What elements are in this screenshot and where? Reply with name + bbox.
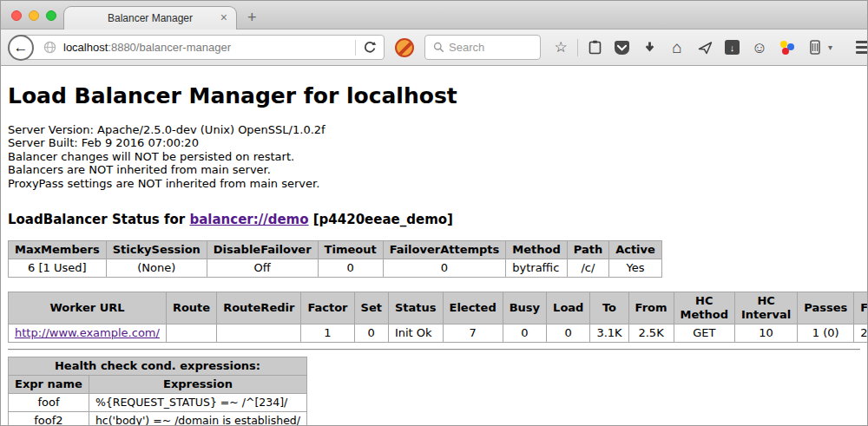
- set-value: 0: [354, 324, 388, 343]
- col-from: From: [628, 292, 674, 324]
- minimize-window-button[interactable]: [29, 10, 39, 21]
- col-active: Active: [609, 241, 662, 259]
- balancer-demo-link[interactable]: balancer://demo: [189, 212, 308, 227]
- reload-button[interactable]: [363, 41, 377, 55]
- feedback-smiley-icon[interactable]: ☺: [752, 40, 767, 56]
- navigation-toolbar: ← localhost:8880/balancer-manager ☆: [1, 29, 867, 66]
- url-divider: [355, 40, 356, 56]
- server-info: Server Version: Apache/2.5.0-dev (Unix) …: [8, 123, 860, 190]
- status-value: Init Ok: [388, 324, 443, 343]
- elected-value: 7: [443, 324, 503, 343]
- url-path: :8880/balancer-manager: [108, 41, 231, 54]
- download-arrow-glyph: ↓: [730, 41, 735, 55]
- col-timeout: Timeout: [318, 241, 383, 259]
- page-title: Load Balancer Manager for localhost: [8, 83, 860, 108]
- toolbar-divider: [841, 39, 842, 56]
- col-status: Status: [388, 292, 443, 324]
- close-window-button[interactable]: [11, 10, 22, 21]
- col-set: Set: [354, 292, 388, 324]
- col-passes: Passes: [798, 292, 854, 324]
- page-content: Load Balancer Manager for localhost Serv…: [1, 66, 867, 425]
- send-plane-icon[interactable]: [697, 40, 713, 56]
- section-divider: [8, 349, 860, 351]
- zoom-window-button[interactable]: [46, 10, 56, 21]
- url-text[interactable]: localhost:8880/balancer-manager: [63, 41, 348, 54]
- hc-interval-value: 10: [734, 324, 797, 343]
- balancer-settings-table: MaxMembers StickySession DisableFailover…: [8, 240, 662, 278]
- col-expr-name: Expr name: [9, 376, 89, 394]
- health-check-table: Health check cond. expressions: Expr nam…: [8, 357, 307, 425]
- content-block-icon[interactable]: [395, 38, 414, 57]
- busy-value: 0: [503, 324, 546, 343]
- table-header-row: MaxMembers StickySession DisableFailover…: [9, 241, 662, 259]
- search-input[interactable]: [449, 41, 531, 54]
- persist-note-line: Balancer changes will NOT be persisted o…: [8, 150, 860, 163]
- back-arrow-icon: ←: [14, 39, 29, 56]
- col-elected: Elected: [443, 292, 503, 324]
- container-extension-icon[interactable]: [807, 40, 823, 56]
- routeredir-value: [217, 324, 301, 343]
- menu-icon[interactable]: [856, 41, 868, 54]
- col-path: Path: [567, 241, 608, 259]
- status-heading-prefix: LoadBalancer Status for: [8, 212, 189, 227]
- search-icon: [432, 40, 444, 56]
- table-header-row: Expr name Expression: [9, 376, 307, 394]
- status-heading-suffix: [p4420eeae_demo]: [309, 212, 453, 227]
- toolbar-divider: [577, 39, 578, 56]
- col-fails: Fails: [854, 292, 867, 324]
- col-route: Route: [166, 292, 216, 324]
- col-stickysession: StickySession: [106, 241, 207, 259]
- video-download-icon[interactable]: ↓: [725, 40, 740, 55]
- url-bar[interactable]: localhost:8880/balancer-manager: [20, 35, 385, 60]
- tab-strip: Balancer Manager × +: [1, 1, 867, 29]
- table-row: foof %{REQUEST_STATUS} =~ /^[234]/: [9, 394, 307, 412]
- col-factor: Factor: [301, 292, 354, 324]
- tab-close-icon[interactable]: ×: [220, 10, 227, 25]
- disablefailover-value: Off: [207, 259, 318, 278]
- worker-table: Worker URL Route RouteRedir Factor Set S…: [8, 292, 867, 343]
- chevron-down-icon[interactable]: ▾: [828, 43, 832, 52]
- col-maxmembers: MaxMembers: [9, 241, 107, 259]
- from-value: 2.5K: [628, 324, 674, 343]
- expr-name-value: foof: [9, 394, 89, 412]
- browser-window: Balancer Manager × + ← localhost:8880/ba…: [0, 0, 868, 426]
- pocket-icon[interactable]: [615, 41, 629, 55]
- col-to: To: [590, 292, 628, 324]
- maxmembers-value: 6 [1 Used]: [9, 259, 107, 278]
- table-header-row: Worker URL Route RouteRedir Factor Set S…: [9, 292, 868, 324]
- tab-balancer-manager[interactable]: Balancer Manager ×: [63, 6, 237, 29]
- search-bar[interactable]: [424, 35, 541, 60]
- server-built-line: Server Built: Feb 9 2016 07:00:20: [8, 136, 860, 149]
- downloads-icon[interactable]: [641, 40, 657, 56]
- timeout-value: 0: [318, 259, 383, 278]
- worker-url-cell: http://www.example.com/: [9, 324, 167, 343]
- site-globe-icon: [43, 41, 56, 54]
- expression-value: hc('body') =~ /domain is established/: [89, 412, 306, 425]
- col-hc-interval: HC Interval: [734, 292, 797, 324]
- method-value: bytraffic: [506, 259, 567, 278]
- expression-value: %{REQUEST_STATUS} =~ /^[234]/: [89, 394, 306, 412]
- route-value: [166, 324, 216, 343]
- worker-url-link[interactable]: http://www.example.com/: [15, 326, 160, 339]
- passes-value: 1 (0): [798, 324, 854, 343]
- loadbalancer-status-heading: LoadBalancer Status for balancer://demo …: [8, 212, 860, 227]
- server-version-line: Server Version: Apache/2.5.0-dev (Unix) …: [8, 123, 860, 136]
- colordots-extension-icon[interactable]: [779, 40, 795, 56]
- table-row: foof2 hc('body') =~ /domain is establish…: [9, 412, 307, 425]
- col-expression: Expression: [89, 376, 306, 394]
- bookmark-star-icon[interactable]: ☆: [553, 40, 569, 56]
- to-value: 3.1K: [590, 324, 628, 343]
- stickysession-value: (None): [106, 259, 207, 278]
- reading-list-icon[interactable]: [587, 40, 602, 56]
- col-load: Load: [547, 292, 590, 324]
- url-host: localhost: [63, 41, 108, 54]
- back-button[interactable]: ←: [8, 35, 34, 61]
- table-title-row: Health check cond. expressions:: [9, 357, 307, 376]
- home-icon[interactable]: ⌂: [669, 40, 685, 56]
- tab-title: Balancer Manager: [108, 12, 193, 24]
- hc-method-value: GET: [674, 324, 734, 343]
- factor-value: 1: [301, 324, 354, 343]
- proxypass-note-line: ProxyPass settings are NOT inherited fro…: [8, 177, 860, 190]
- worker-row: http://www.example.com/ 1 0 Init Ok 7 0 …: [9, 324, 868, 343]
- new-tab-button[interactable]: +: [247, 9, 257, 26]
